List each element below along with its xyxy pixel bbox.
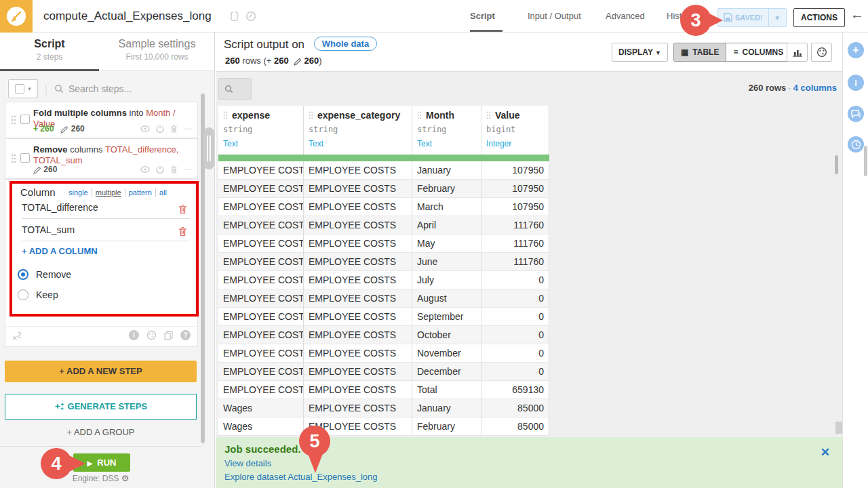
table-cell[interactable]: February xyxy=(412,418,481,436)
sidebar-tab-script[interactable]: Script 2 steps xyxy=(0,38,99,62)
step-card-remove[interactable]: Remove columns TOTAL_difference, TOTAL_s… xyxy=(5,138,198,179)
column-meaning[interactable]: Text xyxy=(417,139,481,152)
table-cell[interactable]: April xyxy=(412,216,481,235)
step-checkbox[interactable] xyxy=(20,153,30,163)
mode-all[interactable]: all xyxy=(156,188,170,197)
more-options-icon[interactable]: ⋯ xyxy=(184,165,192,174)
table-cell[interactable]: EMPLOYEE COSTS xyxy=(218,235,304,253)
table-cell[interactable]: March xyxy=(412,198,481,216)
formula-icon[interactable]: ×2 xyxy=(12,331,22,343)
table-cell[interactable]: September xyxy=(412,308,481,326)
drag-handle-icon[interactable] xyxy=(309,111,313,119)
table-cell[interactable]: 107950 xyxy=(481,180,549,198)
remove-radio-option[interactable]: Remove xyxy=(18,269,71,280)
table-cell[interactable]: EMPLOYEE COSTS xyxy=(218,344,304,363)
table-cell[interactable]: EMPLOYEE COSTS xyxy=(304,253,412,271)
disable-step-icon[interactable] xyxy=(156,165,164,174)
table-row[interactable]: EMPLOYEE COSTSEMPLOYEE COSTSOctober0 xyxy=(218,326,549,344)
table-cell[interactable]: EMPLOYEE COSTS xyxy=(304,198,412,216)
table-cell[interactable]: July xyxy=(412,271,481,289)
table-cell[interactable]: November xyxy=(412,344,481,363)
table-cell[interactable]: 0 xyxy=(481,326,549,344)
search-steps-input[interactable]: Search steps... xyxy=(54,83,132,94)
table-view-button[interactable]: ▦TABLE xyxy=(674,43,726,61)
copy-id-icon[interactable] xyxy=(230,11,239,24)
step-checkbox[interactable] xyxy=(20,115,30,124)
drag-handle-icon[interactable] xyxy=(223,111,228,119)
analyse-chart-button[interactable] xyxy=(787,43,808,62)
table-cell[interactable]: 111760 xyxy=(481,253,549,271)
table-cell[interactable]: December xyxy=(412,363,481,381)
panel-resize-handle[interactable] xyxy=(203,127,214,169)
disable-step-icon[interactable] xyxy=(156,125,164,133)
table-row[interactable]: EMPLOYEE COSTSEMPLOYEE COSTSNovember0 xyxy=(218,344,549,363)
table-cell[interactable]: EMPLOYEE COSTS xyxy=(304,180,412,198)
colors-button[interactable] xyxy=(811,43,832,62)
keep-radio-option[interactable]: Keep xyxy=(18,289,58,300)
drag-handle-icon[interactable] xyxy=(486,111,491,119)
table-cell[interactable]: January xyxy=(412,161,481,180)
table-cell[interactable]: Total xyxy=(412,381,481,399)
table-row[interactable]: EMPLOYEE COSTSEMPLOYEE COSTSApril111760 xyxy=(218,216,549,235)
select-all-steps-control[interactable]: ▾ xyxy=(8,79,38,98)
table-cell[interactable]: 0 xyxy=(481,363,549,381)
table-cell[interactable]: 659130 xyxy=(481,381,549,399)
display-dropdown-button[interactable]: DISPLAY ▼ xyxy=(612,43,668,62)
table-cell[interactable]: 0 xyxy=(481,344,549,363)
column-header-expense[interactable]: expense string Text xyxy=(218,106,304,161)
tab-advanced[interactable]: Advanced xyxy=(606,11,645,21)
table-cell[interactable]: EMPLOYEE COSTS xyxy=(304,161,412,180)
table-cell[interactable]: EMPLOYEE COSTS xyxy=(218,381,304,399)
table-cell[interactable]: 107950 xyxy=(481,198,549,216)
drag-handle-icon[interactable] xyxy=(417,111,422,119)
table-row[interactable]: EMPLOYEE COSTSEMPLOYEE COSTSJuly0 xyxy=(218,271,549,289)
column-header-month[interactable]: Month string Text xyxy=(412,106,481,161)
generate-steps-button[interactable]: GENERATE STEPS xyxy=(5,394,197,420)
table-cell[interactable]: January xyxy=(412,399,481,418)
preview-eye-icon[interactable] xyxy=(140,125,150,132)
step-card-fold[interactable]: Fold multiple columns into Month / Value… xyxy=(5,102,198,138)
table-vertical-scrollbar[interactable] xyxy=(835,155,838,174)
summary-columns[interactable]: 4 columns xyxy=(793,83,837,93)
table-cell[interactable]: EMPLOYEE COSTS xyxy=(218,216,304,235)
info-icon[interactable]: i xyxy=(129,330,139,340)
more-options-icon[interactable]: ⋯ xyxy=(184,124,192,134)
actions-button[interactable]: ACTIONS xyxy=(793,8,845,27)
table-cell[interactable]: August xyxy=(412,289,481,308)
table-cell[interactable]: 107950 xyxy=(481,161,549,180)
table-cell[interactable]: EMPLOYEE COSTS xyxy=(304,381,412,399)
table-cell[interactable]: EMPLOYEE COSTS xyxy=(304,399,412,418)
table-cell[interactable]: 0 xyxy=(481,289,549,308)
table-cell[interactable]: EMPLOYEE COSTS xyxy=(304,235,412,253)
whole-data-pill[interactable]: Whole data xyxy=(314,37,377,51)
link-icon[interactable] xyxy=(245,11,256,24)
table-search-box[interactable] xyxy=(218,78,252,100)
table-cell[interactable]: EMPLOYEE COSTS xyxy=(218,308,304,326)
table-cell[interactable]: 85000 xyxy=(481,399,549,418)
table-cell[interactable]: EMPLOYEE COSTS xyxy=(218,271,304,289)
table-cell[interactable]: EMPLOYEE COSTS xyxy=(218,180,304,198)
columns-view-button[interactable]: ≡COLUMNS xyxy=(726,43,790,61)
preview-eye-icon[interactable] xyxy=(140,166,150,173)
table-cell[interactable]: EMPLOYEE COSTS xyxy=(304,289,412,308)
table-cell[interactable]: EMPLOYEE COSTS xyxy=(218,363,304,381)
mode-single[interactable]: single xyxy=(65,188,92,197)
table-cell[interactable]: EMPLOYEE COSTS xyxy=(218,161,304,180)
table-cell[interactable]: May xyxy=(412,235,481,253)
column-header-expense-category[interactable]: expense_category string Text xyxy=(304,106,412,161)
table-cell[interactable]: EMPLOYEE COSTS xyxy=(304,216,412,235)
table-cell[interactable]: Wages xyxy=(218,399,304,418)
info-rail-button[interactable]: i xyxy=(848,75,864,91)
radio-unselected-icon[interactable] xyxy=(18,289,28,300)
table-cell[interactable]: EMPLOYEE COSTS xyxy=(304,308,412,326)
table-cell[interactable]: October xyxy=(412,326,481,344)
delete-step-icon[interactable] xyxy=(170,125,178,133)
table-cell[interactable]: EMPLOYEE COSTS xyxy=(304,363,412,381)
close-icon[interactable]: ✕ xyxy=(821,445,830,460)
table-row[interactable]: EMPLOYEE COSTSEMPLOYEE COSTSMay111760 xyxy=(218,235,549,253)
add-rail-button[interactable]: + xyxy=(848,42,864,58)
table-row[interactable]: WagesEMPLOYEE COSTSJanuary85000 xyxy=(218,399,549,418)
table-row[interactable]: EMPLOYEE COSTSEMPLOYEE COSTSMarch107950 xyxy=(218,198,549,216)
column-header-value[interactable]: Value bigint Integer xyxy=(481,106,549,161)
column-meaning[interactable]: Text xyxy=(309,139,412,152)
